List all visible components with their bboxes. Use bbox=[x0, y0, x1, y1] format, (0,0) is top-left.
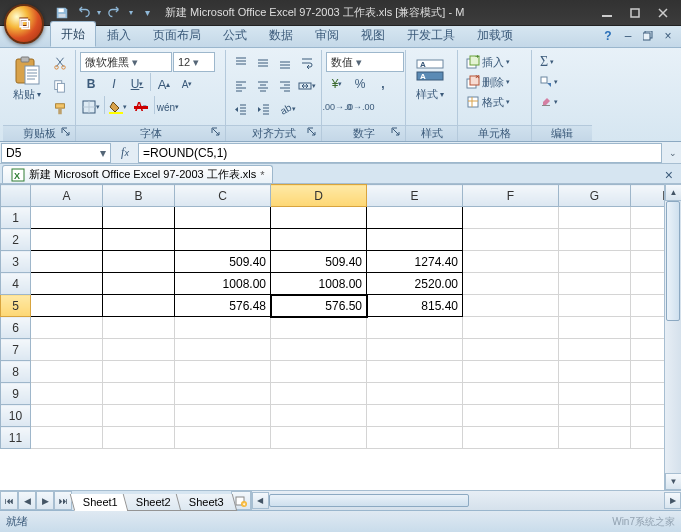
cell-G4[interactable] bbox=[559, 273, 631, 295]
fill-button[interactable]: ▾ bbox=[536, 72, 588, 92]
help-icon[interactable]: ? bbox=[599, 28, 617, 44]
cell-E1[interactable] bbox=[367, 207, 463, 229]
office-button[interactable]: ⧉ bbox=[4, 4, 44, 44]
col-header-A[interactable]: A bbox=[31, 185, 103, 207]
cell-C4[interactable]: 1008.00 bbox=[175, 273, 271, 295]
cell-G11[interactable] bbox=[559, 427, 631, 449]
row-header-2[interactable]: 2 bbox=[1, 229, 31, 251]
cell-F7[interactable] bbox=[463, 339, 559, 361]
cell-D8[interactable] bbox=[271, 361, 367, 383]
cell-D5[interactable]: 576.50 bbox=[271, 295, 367, 317]
document-tab[interactable]: X 新建 Microsoft Office Excel 97-2003 工作表.… bbox=[2, 165, 273, 183]
mdi-restore-icon[interactable] bbox=[639, 28, 657, 44]
cell-H8[interactable] bbox=[631, 361, 665, 383]
formula-expand-icon[interactable]: ⌄ bbox=[664, 148, 681, 158]
save-icon[interactable] bbox=[52, 3, 72, 23]
cell-E7[interactable] bbox=[367, 339, 463, 361]
qat-customize-icon[interactable]: ▾ bbox=[137, 3, 157, 23]
cell-F1[interactable] bbox=[463, 207, 559, 229]
underline-button[interactable]: U▾ bbox=[126, 73, 148, 95]
cell-H3[interactable] bbox=[631, 251, 665, 273]
clear-button[interactable]: ▾ bbox=[536, 92, 588, 112]
cell-D4[interactable]: 1008.00 bbox=[271, 273, 367, 295]
align-top-button[interactable] bbox=[230, 52, 251, 74]
row-header-10[interactable]: 10 bbox=[1, 405, 31, 427]
cell-D9[interactable] bbox=[271, 383, 367, 405]
tab-home[interactable]: 开始 bbox=[50, 21, 96, 47]
cell-G1[interactable] bbox=[559, 207, 631, 229]
maximize-button[interactable] bbox=[621, 4, 649, 22]
close-button[interactable] bbox=[649, 4, 677, 22]
cell-F8[interactable] bbox=[463, 361, 559, 383]
horizontal-scrollbar[interactable]: ◀ ▶ bbox=[251, 491, 681, 510]
fx-icon[interactable]: fx bbox=[116, 144, 134, 162]
cell-F5[interactable] bbox=[463, 295, 559, 317]
cell-A6[interactable] bbox=[31, 317, 103, 339]
col-header-C[interactable]: C bbox=[175, 185, 271, 207]
cell-B4[interactable] bbox=[103, 273, 175, 295]
select-all-corner[interactable] bbox=[1, 185, 31, 207]
cell-E3[interactable]: 1274.40 bbox=[367, 251, 463, 273]
col-header-D[interactable]: D bbox=[271, 185, 367, 207]
decrease-indent-button[interactable] bbox=[230, 98, 252, 120]
cell-H6[interactable] bbox=[631, 317, 665, 339]
cell-A11[interactable] bbox=[31, 427, 103, 449]
cell-D11[interactable] bbox=[271, 427, 367, 449]
row-header-4[interactable]: 4 bbox=[1, 273, 31, 295]
italic-button[interactable]: I bbox=[103, 73, 125, 95]
cell-A3[interactable] bbox=[31, 251, 103, 273]
cell-C10[interactable] bbox=[175, 405, 271, 427]
launcher-icon[interactable] bbox=[211, 127, 223, 139]
cell-A9[interactable] bbox=[31, 383, 103, 405]
cell-D1[interactable] bbox=[271, 207, 367, 229]
cell-G10[interactable] bbox=[559, 405, 631, 427]
format-painter-button[interactable] bbox=[49, 98, 71, 120]
cell-C1[interactable] bbox=[175, 207, 271, 229]
cell-B5[interactable] bbox=[103, 295, 175, 317]
row-header-9[interactable]: 9 bbox=[1, 383, 31, 405]
cell-F10[interactable] bbox=[463, 405, 559, 427]
tab-developer[interactable]: 开发工具 bbox=[396, 22, 466, 47]
cell-F6[interactable] bbox=[463, 317, 559, 339]
cell-B9[interactable] bbox=[103, 383, 175, 405]
cell-B6[interactable] bbox=[103, 317, 175, 339]
cell-E5[interactable]: 815.40 bbox=[367, 295, 463, 317]
accounting-format-button[interactable]: ¥▾ bbox=[326, 73, 348, 95]
font-size-combo[interactable]: 12▾ bbox=[173, 52, 215, 72]
cell-D6[interactable] bbox=[271, 317, 367, 339]
cell-C11[interactable] bbox=[175, 427, 271, 449]
borders-button[interactable]: ▾ bbox=[80, 96, 102, 118]
col-header-H[interactable]: H bbox=[631, 185, 665, 207]
tab-review[interactable]: 审阅 bbox=[304, 22, 350, 47]
row-header-11[interactable]: 11 bbox=[1, 427, 31, 449]
col-header-F[interactable]: F bbox=[463, 185, 559, 207]
cell-E6[interactable] bbox=[367, 317, 463, 339]
cell-C3[interactable]: 509.40 bbox=[175, 251, 271, 273]
cell-E9[interactable] bbox=[367, 383, 463, 405]
sheet-tab-Sheet1[interactable]: Sheet1 bbox=[70, 494, 131, 511]
cell-B10[interactable] bbox=[103, 405, 175, 427]
grow-font-button[interactable]: A▴ bbox=[153, 73, 175, 95]
sheet-prev-icon[interactable]: ◀ bbox=[18, 491, 36, 510]
cell-F11[interactable] bbox=[463, 427, 559, 449]
autosum-button[interactable]: Σ▾ bbox=[536, 52, 588, 72]
cell-G2[interactable] bbox=[559, 229, 631, 251]
cell-H10[interactable] bbox=[631, 405, 665, 427]
row-header-6[interactable]: 6 bbox=[1, 317, 31, 339]
row-header-7[interactable]: 7 bbox=[1, 339, 31, 361]
align-right-button[interactable] bbox=[274, 75, 295, 97]
align-bottom-button[interactable] bbox=[274, 52, 295, 74]
cell-B11[interactable] bbox=[103, 427, 175, 449]
font-family-combo[interactable]: 微软雅黑▾ bbox=[80, 52, 172, 72]
launcher-icon[interactable] bbox=[391, 127, 403, 139]
tab-addins[interactable]: 加载项 bbox=[466, 22, 524, 47]
minimize-button[interactable] bbox=[593, 4, 621, 22]
styles-button[interactable]: AA 样式▾ bbox=[410, 52, 450, 125]
cell-E10[interactable] bbox=[367, 405, 463, 427]
spreadsheet-grid[interactable]: ABCDEFGH123509.40509.401274.4041008.0010… bbox=[0, 184, 664, 449]
delete-cells-button[interactable]: ×删除▾ bbox=[462, 72, 527, 92]
undo-dropdown-icon[interactable]: ▾ bbox=[94, 3, 104, 23]
vertical-scrollbar[interactable]: ▲ ▼ bbox=[664, 184, 681, 490]
cell-C9[interactable] bbox=[175, 383, 271, 405]
percent-button[interactable]: % bbox=[349, 73, 371, 95]
